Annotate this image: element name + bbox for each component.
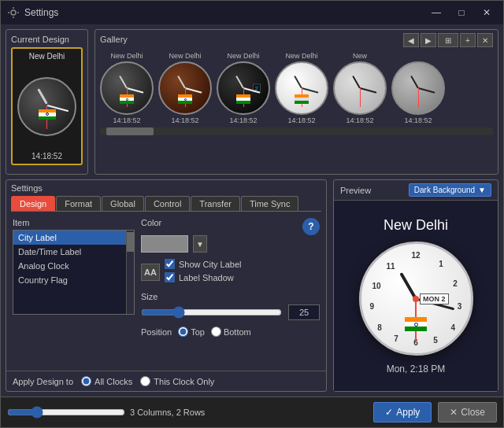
label-shadow: Label Shadow — [179, 273, 234, 282]
this-clock-radio[interactable] — [140, 376, 150, 386]
tab-timesync[interactable]: Time Sync — [241, 196, 299, 211]
position-top-label[interactable]: Top — [178, 327, 205, 337]
current-clock-name: New Delhi — [29, 52, 65, 61]
close-button[interactable]: ✕ — [476, 5, 497, 20]
current-design-label: Current Design — [11, 35, 83, 44]
tab-transfer[interactable]: Transfer — [191, 196, 240, 211]
bottom-row: Settings Design Format Global Control Tr… — [6, 179, 498, 392]
preview-panel: Preview Dark Background ▼ New Delhi 12 1… — [333, 179, 498, 392]
tab-global[interactable]: Global — [102, 196, 144, 211]
position-label: Position — [141, 327, 172, 337]
india-flag — [39, 109, 56, 120]
current-clock-face — [17, 77, 76, 136]
color-box[interactable] — [141, 235, 188, 253]
color-dropdown-btn[interactable]: ▼ — [193, 235, 207, 253]
clock-num-9: 9 — [370, 302, 375, 311]
gallery-clock-4 — [275, 61, 328, 115]
gallery-item-1[interactable]: New Delhi 14:18:52 — [100, 52, 154, 124]
columns-rows-label: 3 Columns, 2 Rows — [130, 408, 205, 417]
gallery-item-label-2: New Delhi — [169, 52, 201, 60]
position-row: Position Top Bottom — [141, 327, 320, 337]
tab-bar: Design Format Global Control Transfer Ti… — [6, 196, 326, 211]
gallery-prev-btn[interactable]: ◀ — [403, 33, 419, 47]
maximize-button[interactable]: □ — [451, 5, 472, 20]
item-list-row-3[interactable]: Country Flag — [13, 273, 126, 287]
position-bottom-radio[interactable] — [211, 327, 221, 337]
close-action-button[interactable]: ✕ Close — [438, 402, 497, 422]
gallery-scrollbar-thumb — [106, 127, 154, 135]
apply-design-row: Apply Design to All Clocks This Clock On… — [6, 371, 326, 391]
clock-num-4: 4 — [450, 323, 455, 331]
gallery-next-btn[interactable]: ▶ — [421, 33, 436, 47]
all-clocks-radio[interactable] — [81, 376, 91, 386]
gallery-item-label-3: New Delhi — [227, 52, 259, 60]
hour-hand — [37, 88, 48, 105]
item-list-row-1[interactable]: Date/Time Label — [13, 245, 126, 259]
gallery-btn3[interactable]: ✕ — [477, 33, 493, 47]
gallery-btn2[interactable]: + — [460, 33, 476, 47]
label-shadow-row: Label Shadow — [165, 272, 242, 282]
color-label: Color — [141, 218, 161, 232]
settings-panel: Settings Design Format Global Control Tr… — [6, 179, 327, 392]
title-bar: Settings — □ ✕ — [1, 1, 503, 24]
this-clock-label[interactable]: This Clock Only — [140, 376, 214, 386]
apply-button[interactable]: ✓ Apply — [373, 402, 432, 422]
clock-num-7: 7 — [394, 334, 398, 342]
position-bottom-label[interactable]: Bottom — [211, 327, 251, 337]
gallery-item-5[interactable]: New 14:18:52 — [333, 52, 387, 124]
gallery-item-3[interactable]: New Delhi 2 14:18:52 — [217, 52, 270, 124]
all-clocks-text: All Clocks — [94, 377, 132, 386]
gallery-item-label-6 — [417, 52, 420, 60]
item-list-row-2[interactable]: Analog Clock — [13, 259, 126, 273]
columns-slider[interactable] — [7, 406, 125, 419]
gallery-label: Gallery — [100, 35, 128, 44]
help-button[interactable]: ? — [302, 218, 320, 235]
gallery-clock-6 — [391, 61, 445, 115]
size-input[interactable] — [288, 304, 320, 320]
apply-icon: ✓ — [385, 407, 393, 418]
show-city-label: Show City Label — [179, 260, 242, 269]
item-list-scrollbar[interactable] — [126, 231, 134, 314]
gallery-clock-5 — [333, 61, 387, 115]
tab-control[interactable]: Control — [145, 196, 190, 211]
gallery-scrollbar[interactable] — [100, 127, 493, 135]
position-top-radio[interactable] — [178, 327, 188, 337]
size-slider[interactable] — [141, 306, 282, 319]
tab-design[interactable]: Design — [11, 196, 55, 211]
font-style-button[interactable]: AA — [141, 264, 160, 281]
gallery-item-label-4: New Delhi — [285, 52, 317, 60]
size-section: Size — [141, 292, 320, 320]
ashoka-chakra — [46, 113, 49, 116]
settings-label: Settings — [6, 180, 326, 196]
gallery-time-6: 14:18:52 — [404, 116, 432, 124]
minimize-button[interactable]: — — [426, 5, 447, 20]
label-shadow-checkbox[interactable] — [165, 272, 175, 282]
show-city-label-checkbox[interactable] — [165, 259, 175, 269]
color-section: Color ? ▼ AA — [141, 218, 320, 337]
item-list-row-0[interactable]: City Label — [13, 231, 126, 245]
close-icon: ✕ — [450, 407, 458, 418]
gallery-btn1[interactable]: ⊞ — [438, 33, 458, 47]
clock-num-1: 1 — [439, 260, 443, 268]
gallery-time-1: 14:18:52 — [113, 116, 140, 124]
gallery-item-2[interactable]: New Delhi 14:18:52 — [158, 52, 212, 124]
clock-num-10: 10 — [372, 281, 380, 290]
all-clocks-label[interactable]: All Clocks — [81, 376, 132, 386]
preview-background-dropdown[interactable]: Dark Background ▼ — [409, 183, 491, 197]
window-title: Settings — [24, 7, 421, 18]
close-label: Close — [461, 407, 485, 418]
gallery-item-4[interactable]: New Delhi 14:18:52 — [275, 52, 328, 124]
position-bottom-text: Bottom — [224, 327, 251, 337]
gallery-items: New Delhi 14:18:52 — [100, 52, 493, 124]
position-top-text: Top — [191, 327, 205, 337]
preview-date-box: MON 2 — [420, 293, 449, 304]
gallery-nav: ◀ ▶ ⊞ + ✕ — [403, 33, 493, 47]
preview-flag — [405, 317, 427, 331]
clock-num-11: 11 — [386, 261, 395, 270]
gallery-item-label-1: New Delhi — [110, 52, 143, 60]
item-list-scrollbar-thumb — [127, 232, 135, 252]
preview-flag-green — [405, 327, 427, 331]
tab-format[interactable]: Format — [56, 196, 101, 211]
gallery-item-6[interactable]: 14:18:52 — [391, 52, 445, 124]
preview-date-box-text: MON 2 — [423, 295, 446, 303]
